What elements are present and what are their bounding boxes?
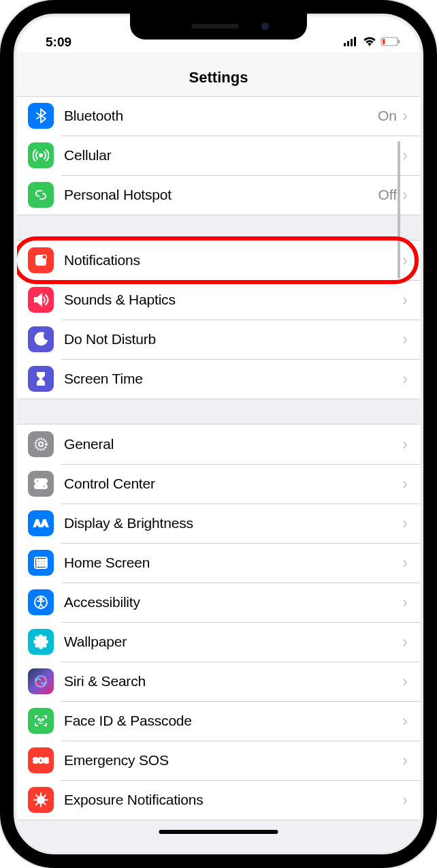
bluetooth-icon bbox=[28, 103, 54, 129]
row-label: Do Not Disturb bbox=[64, 331, 402, 347]
svg-rect-5 bbox=[398, 40, 400, 44]
virus-icon bbox=[28, 787, 54, 813]
settings-row-screen-time[interactable]: Screen Time› bbox=[17, 359, 420, 399]
faceid-icon bbox=[28, 708, 54, 734]
chevron-right-icon: › bbox=[402, 187, 408, 203]
row-label: Cellular bbox=[64, 147, 402, 164]
settings-row-control-center[interactable]: Control Center› bbox=[17, 464, 420, 503]
chevron-right-icon: › bbox=[402, 752, 408, 769]
phone-frame: 5:09 Settings BluetoothOn›Cellular›Perso… bbox=[0, 0, 437, 868]
settings-row-face-id-passcode[interactable]: Face ID & Passcode› bbox=[17, 701, 420, 741]
row-label: Personal Hotspot bbox=[64, 187, 378, 203]
chevron-right-icon: › bbox=[402, 476, 408, 492]
settings-row-sounds-haptics[interactable]: Sounds & Haptics› bbox=[17, 280, 420, 320]
flower-icon bbox=[28, 629, 54, 655]
row-label: Exposure Notifications bbox=[64, 792, 402, 808]
settings-row-do-not-disturb[interactable]: Do Not Disturb› bbox=[17, 320, 420, 359]
switches-icon bbox=[28, 471, 54, 497]
settings-row-home-screen[interactable]: Home Screen› bbox=[17, 543, 420, 583]
chevron-right-icon: › bbox=[402, 713, 408, 729]
bell-icon bbox=[28, 247, 54, 273]
row-label: Screen Time bbox=[64, 371, 402, 387]
row-label: Control Center bbox=[64, 476, 402, 492]
row-label: Face ID & Passcode bbox=[64, 713, 402, 729]
battery-low-icon bbox=[381, 35, 401, 50]
chevron-right-icon: › bbox=[402, 555, 408, 571]
moon-icon bbox=[28, 326, 54, 352]
status-time: 5:09 bbox=[36, 35, 71, 50]
svg-rect-1 bbox=[347, 41, 349, 46]
phone-notch bbox=[130, 14, 307, 40]
hourglass-icon bbox=[28, 366, 54, 392]
sos-icon bbox=[28, 747, 54, 773]
settings-row-bluetooth[interactable]: BluetoothOn› bbox=[17, 97, 420, 136]
row-label: Home Screen bbox=[64, 555, 402, 571]
settings-group: BluetoothOn›Cellular›Personal HotspotOff… bbox=[17, 97, 420, 215]
svg-rect-3 bbox=[354, 37, 356, 46]
aa-icon bbox=[28, 510, 54, 536]
row-label: Siri & Search bbox=[64, 673, 402, 689]
chevron-right-icon: › bbox=[402, 371, 408, 387]
settings-row-wallpaper[interactable]: Wallpaper› bbox=[17, 622, 420, 662]
settings-list[interactable]: BluetoothOn›Cellular›Personal HotspotOff… bbox=[17, 97, 420, 851]
chevron-right-icon: › bbox=[402, 436, 408, 452]
scroll-indicator[interactable] bbox=[398, 141, 400, 279]
gear-icon bbox=[28, 431, 54, 457]
settings-group: General›Control Center›Display & Brightn… bbox=[17, 424, 420, 820]
chevron-right-icon: › bbox=[402, 673, 408, 689]
settings-row-personal-hotspot[interactable]: Personal HotspotOff› bbox=[17, 175, 420, 215]
grid-icon bbox=[28, 550, 54, 576]
row-label: Display & Brightness bbox=[64, 515, 402, 531]
settings-row-accessibility[interactable]: Accessibility› bbox=[17, 583, 420, 622]
chevron-right-icon: › bbox=[402, 292, 408, 308]
settings-row-cellular[interactable]: Cellular› bbox=[17, 136, 420, 175]
chevron-right-icon: › bbox=[402, 108, 408, 124]
access-icon bbox=[28, 589, 54, 615]
screen: 5:09 Settings BluetoothOn›Cellular›Perso… bbox=[17, 17, 420, 851]
wifi-icon bbox=[363, 35, 376, 50]
cellular-signal-icon bbox=[344, 35, 359, 50]
row-value: Off bbox=[378, 187, 397, 203]
settings-row-exposure-notif[interactable]: Exposure Notifications› bbox=[17, 780, 420, 820]
home-indicator[interactable] bbox=[159, 830, 278, 834]
row-label: Accessibility bbox=[64, 594, 402, 610]
antenna-icon bbox=[28, 142, 54, 168]
settings-row-display-brightness[interactable]: Display & Brightness› bbox=[17, 503, 420, 543]
chevron-right-icon: › bbox=[402, 147, 408, 164]
row-label: General bbox=[64, 436, 402, 452]
settings-row-siri-search[interactable]: Siri & Search› bbox=[17, 662, 420, 701]
speaker-icon bbox=[28, 287, 54, 313]
chevron-right-icon: › bbox=[402, 634, 408, 650]
chevron-right-icon: › bbox=[402, 792, 408, 808]
svg-rect-0 bbox=[344, 43, 346, 46]
settings-row-emergency-sos[interactable]: Emergency SOS› bbox=[17, 741, 420, 780]
row-label: Sounds & Haptics bbox=[64, 292, 402, 308]
siri-icon bbox=[28, 668, 54, 694]
row-label: Wallpaper bbox=[64, 634, 402, 650]
row-label: Bluetooth bbox=[64, 108, 378, 124]
chevron-right-icon: › bbox=[402, 594, 408, 610]
svg-rect-6 bbox=[383, 39, 385, 44]
settings-row-general[interactable]: General› bbox=[17, 424, 420, 464]
chevron-right-icon: › bbox=[402, 515, 408, 531]
nav-title: Settings bbox=[17, 52, 420, 97]
settings-group: Notifications›Sounds & Haptics›Do Not Di… bbox=[17, 240, 420, 399]
row-label: Emergency SOS bbox=[64, 752, 402, 769]
settings-row-notifications[interactable]: Notifications› bbox=[17, 241, 420, 280]
chevron-right-icon: › bbox=[402, 252, 408, 268]
row-value: On bbox=[378, 108, 397, 124]
row-label: Notifications bbox=[64, 252, 402, 268]
link-icon bbox=[28, 182, 54, 208]
svg-rect-2 bbox=[351, 39, 353, 46]
chevron-right-icon: › bbox=[402, 331, 408, 347]
